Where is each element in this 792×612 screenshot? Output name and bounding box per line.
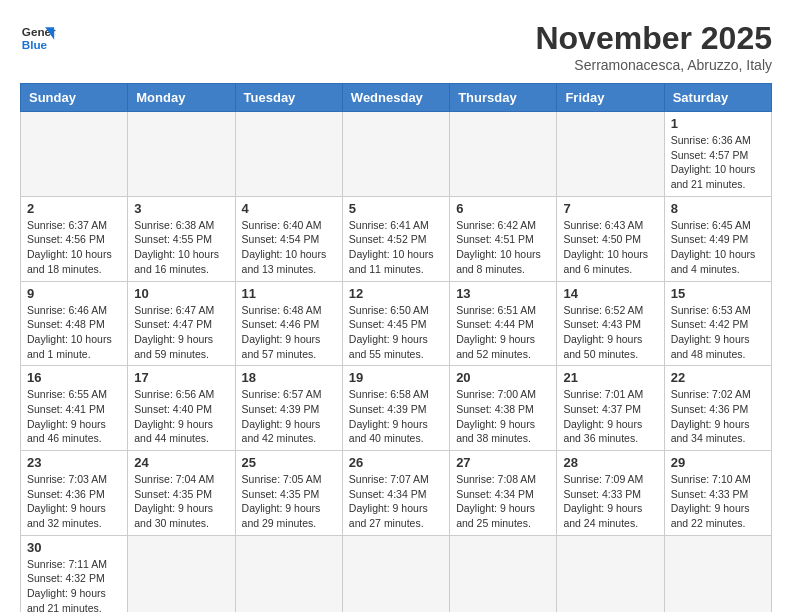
day-number: 1 [671, 116, 765, 131]
weekday-header-thursday: Thursday [450, 84, 557, 112]
day-info: Sunrise: 7:07 AM Sunset: 4:34 PM Dayligh… [349, 472, 443, 531]
day-number: 21 [563, 370, 657, 385]
calendar-cell: 19Sunrise: 6:58 AM Sunset: 4:39 PM Dayli… [342, 366, 449, 451]
calendar-cell: 27Sunrise: 7:08 AM Sunset: 4:34 PM Dayli… [450, 451, 557, 536]
day-info: Sunrise: 7:00 AM Sunset: 4:38 PM Dayligh… [456, 387, 550, 446]
day-number: 25 [242, 455, 336, 470]
day-number: 12 [349, 286, 443, 301]
calendar-cell: 17Sunrise: 6:56 AM Sunset: 4:40 PM Dayli… [128, 366, 235, 451]
calendar-cell: 9Sunrise: 6:46 AM Sunset: 4:48 PM Daylig… [21, 281, 128, 366]
day-info: Sunrise: 6:45 AM Sunset: 4:49 PM Dayligh… [671, 218, 765, 277]
day-info: Sunrise: 6:36 AM Sunset: 4:57 PM Dayligh… [671, 133, 765, 192]
day-number: 22 [671, 370, 765, 385]
day-info: Sunrise: 6:41 AM Sunset: 4:52 PM Dayligh… [349, 218, 443, 277]
logo: General Blue [20, 20, 56, 56]
header: General Blue November 2025 Serramonacesc… [20, 20, 772, 73]
calendar-cell: 23Sunrise: 7:03 AM Sunset: 4:36 PM Dayli… [21, 451, 128, 536]
day-number: 18 [242, 370, 336, 385]
day-info: Sunrise: 7:09 AM Sunset: 4:33 PM Dayligh… [563, 472, 657, 531]
month-title: November 2025 [535, 20, 772, 57]
calendar-cell [128, 112, 235, 197]
day-info: Sunrise: 6:51 AM Sunset: 4:44 PM Dayligh… [456, 303, 550, 362]
day-number: 2 [27, 201, 121, 216]
calendar-cell: 13Sunrise: 6:51 AM Sunset: 4:44 PM Dayli… [450, 281, 557, 366]
calendar-cell: 2Sunrise: 6:37 AM Sunset: 4:56 PM Daylig… [21, 196, 128, 281]
day-info: Sunrise: 7:10 AM Sunset: 4:33 PM Dayligh… [671, 472, 765, 531]
weekday-header-row: SundayMondayTuesdayWednesdayThursdayFrid… [21, 84, 772, 112]
weekday-header-wednesday: Wednesday [342, 84, 449, 112]
calendar-cell: 8Sunrise: 6:45 AM Sunset: 4:49 PM Daylig… [664, 196, 771, 281]
calendar-cell [21, 112, 128, 197]
day-number: 3 [134, 201, 228, 216]
calendar-cell: 6Sunrise: 6:42 AM Sunset: 4:51 PM Daylig… [450, 196, 557, 281]
calendar-cell: 25Sunrise: 7:05 AM Sunset: 4:35 PM Dayli… [235, 451, 342, 536]
day-number: 24 [134, 455, 228, 470]
calendar-cell: 1Sunrise: 6:36 AM Sunset: 4:57 PM Daylig… [664, 112, 771, 197]
calendar-cell: 28Sunrise: 7:09 AM Sunset: 4:33 PM Dayli… [557, 451, 664, 536]
day-number: 14 [563, 286, 657, 301]
day-info: Sunrise: 6:48 AM Sunset: 4:46 PM Dayligh… [242, 303, 336, 362]
title-block: November 2025 Serramonacesca, Abruzzo, I… [535, 20, 772, 73]
logo-icon: General Blue [20, 20, 56, 56]
day-info: Sunrise: 7:05 AM Sunset: 4:35 PM Dayligh… [242, 472, 336, 531]
weekday-header-friday: Friday [557, 84, 664, 112]
day-info: Sunrise: 6:57 AM Sunset: 4:39 PM Dayligh… [242, 387, 336, 446]
calendar-cell: 10Sunrise: 6:47 AM Sunset: 4:47 PM Dayli… [128, 281, 235, 366]
day-info: Sunrise: 6:40 AM Sunset: 4:54 PM Dayligh… [242, 218, 336, 277]
calendar-week-row: 1Sunrise: 6:36 AM Sunset: 4:57 PM Daylig… [21, 112, 772, 197]
day-info: Sunrise: 7:04 AM Sunset: 4:35 PM Dayligh… [134, 472, 228, 531]
calendar-cell [128, 535, 235, 612]
calendar-week-row: 30Sunrise: 7:11 AM Sunset: 4:32 PM Dayli… [21, 535, 772, 612]
calendar-cell: 24Sunrise: 7:04 AM Sunset: 4:35 PM Dayli… [128, 451, 235, 536]
day-info: Sunrise: 6:52 AM Sunset: 4:43 PM Dayligh… [563, 303, 657, 362]
day-info: Sunrise: 6:58 AM Sunset: 4:39 PM Dayligh… [349, 387, 443, 446]
weekday-header-saturday: Saturday [664, 84, 771, 112]
calendar-cell [342, 535, 449, 612]
calendar-week-row: 9Sunrise: 6:46 AM Sunset: 4:48 PM Daylig… [21, 281, 772, 366]
subtitle: Serramonacesca, Abruzzo, Italy [535, 57, 772, 73]
calendar-cell: 7Sunrise: 6:43 AM Sunset: 4:50 PM Daylig… [557, 196, 664, 281]
day-number: 6 [456, 201, 550, 216]
day-number: 4 [242, 201, 336, 216]
day-number: 16 [27, 370, 121, 385]
calendar-cell: 4Sunrise: 6:40 AM Sunset: 4:54 PM Daylig… [235, 196, 342, 281]
day-info: Sunrise: 6:46 AM Sunset: 4:48 PM Dayligh… [27, 303, 121, 362]
day-info: Sunrise: 6:53 AM Sunset: 4:42 PM Dayligh… [671, 303, 765, 362]
day-number: 17 [134, 370, 228, 385]
day-info: Sunrise: 6:50 AM Sunset: 4:45 PM Dayligh… [349, 303, 443, 362]
day-info: Sunrise: 6:42 AM Sunset: 4:51 PM Dayligh… [456, 218, 550, 277]
calendar-week-row: 23Sunrise: 7:03 AM Sunset: 4:36 PM Dayli… [21, 451, 772, 536]
day-info: Sunrise: 7:02 AM Sunset: 4:36 PM Dayligh… [671, 387, 765, 446]
day-number: 27 [456, 455, 550, 470]
calendar-cell: 20Sunrise: 7:00 AM Sunset: 4:38 PM Dayli… [450, 366, 557, 451]
day-info: Sunrise: 7:03 AM Sunset: 4:36 PM Dayligh… [27, 472, 121, 531]
day-number: 28 [563, 455, 657, 470]
day-number: 10 [134, 286, 228, 301]
calendar-cell: 22Sunrise: 7:02 AM Sunset: 4:36 PM Dayli… [664, 366, 771, 451]
day-info: Sunrise: 7:11 AM Sunset: 4:32 PM Dayligh… [27, 557, 121, 612]
day-number: 13 [456, 286, 550, 301]
day-number: 19 [349, 370, 443, 385]
calendar-cell: 18Sunrise: 6:57 AM Sunset: 4:39 PM Dayli… [235, 366, 342, 451]
day-number: 9 [27, 286, 121, 301]
day-info: Sunrise: 6:37 AM Sunset: 4:56 PM Dayligh… [27, 218, 121, 277]
calendar-cell: 14Sunrise: 6:52 AM Sunset: 4:43 PM Dayli… [557, 281, 664, 366]
day-number: 7 [563, 201, 657, 216]
day-info: Sunrise: 6:56 AM Sunset: 4:40 PM Dayligh… [134, 387, 228, 446]
day-number: 11 [242, 286, 336, 301]
weekday-header-monday: Monday [128, 84, 235, 112]
day-number: 5 [349, 201, 443, 216]
calendar-cell: 15Sunrise: 6:53 AM Sunset: 4:42 PM Dayli… [664, 281, 771, 366]
calendar-cell [664, 535, 771, 612]
calendar: SundayMondayTuesdayWednesdayThursdayFrid… [20, 83, 772, 612]
calendar-cell [557, 112, 664, 197]
calendar-week-row: 16Sunrise: 6:55 AM Sunset: 4:41 PM Dayli… [21, 366, 772, 451]
calendar-cell: 26Sunrise: 7:07 AM Sunset: 4:34 PM Dayli… [342, 451, 449, 536]
calendar-cell [450, 112, 557, 197]
day-info: Sunrise: 7:01 AM Sunset: 4:37 PM Dayligh… [563, 387, 657, 446]
svg-text:Blue: Blue [22, 38, 48, 51]
calendar-cell [235, 535, 342, 612]
calendar-cell: 30Sunrise: 7:11 AM Sunset: 4:32 PM Dayli… [21, 535, 128, 612]
calendar-cell [235, 112, 342, 197]
calendar-cell: 12Sunrise: 6:50 AM Sunset: 4:45 PM Dayli… [342, 281, 449, 366]
